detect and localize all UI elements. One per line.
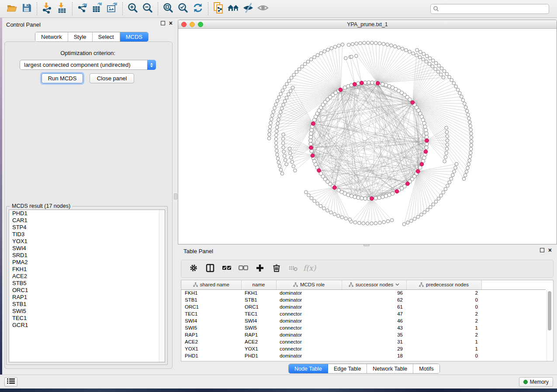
refresh-icon [192, 2, 204, 15]
delete-row-button[interactable] [268, 261, 285, 276]
export-table-button[interactable] [90, 2, 105, 16]
zoom-selected-icon [177, 2, 189, 15]
close-panel-icon[interactable]: × [169, 21, 173, 25]
zoom-fit-button[interactable] [161, 2, 176, 16]
table-row[interactable]: SWI5SWI5connector431 [181, 324, 546, 331]
zoom-out-icon [142, 2, 153, 15]
column-header-name[interactable]: name [241, 280, 276, 289]
tab-network[interactable]: Network [35, 32, 68, 41]
criterion-selected-value: largest connected component (undirected) [20, 62, 147, 68]
table-settings-button[interactable] [185, 261, 202, 276]
table-row[interactable]: ORC1ORC1dominator610 [181, 303, 546, 310]
column-header-mcds-role[interactable]: MCDS role [276, 280, 342, 289]
float-panel-icon[interactable] [161, 21, 165, 25]
mcds-result-item[interactable]: YOX1 [9, 238, 165, 245]
mcds-result-group: MCDS result (17 nodes) PHD1CAR1STP4TID3Y… [6, 206, 168, 365]
add-row-button[interactable] [252, 261, 268, 276]
save-session-button[interactable] [19, 2, 34, 16]
mcds-result-item[interactable]: ACE2 [9, 273, 165, 280]
table-tab-bar: Node Table Edge Table Network Table Moti… [288, 364, 440, 374]
table-row[interactable]: STB1STB1dominator620 [181, 296, 546, 303]
tab-mcds[interactable]: MCDS [120, 32, 148, 41]
toolbar-separator [72, 2, 73, 15]
deselect-all-button[interactable] [235, 261, 252, 276]
table-row[interactable]: RAP1RAP1dominator352 [181, 331, 546, 338]
mcds-result-item[interactable]: PMA2 [9, 259, 165, 266]
zoom-out-button[interactable] [140, 2, 155, 16]
mcds-result-item[interactable]: ORC1 [9, 287, 165, 294]
mcds-result-item[interactable]: CAR1 [9, 217, 165, 224]
tab-edge-table[interactable]: Edge Table [328, 364, 367, 373]
mcds-result-item[interactable]: FKH1 [9, 266, 165, 273]
mcds-result-item[interactable]: SWI5 [9, 308, 165, 315]
import-network-button[interactable] [40, 2, 55, 16]
tab-network-table[interactable]: Network Table [367, 364, 413, 373]
zoom-selected-button[interactable] [176, 2, 190, 16]
hide-selected-button[interactable] [241, 2, 256, 16]
export-image-button[interactable] [105, 2, 120, 16]
show-columns-button[interactable] [202, 261, 218, 276]
mcds-result-item[interactable]: RAP1 [9, 294, 165, 301]
list-icon [7, 378, 15, 386]
clear-table-button[interactable] [285, 261, 301, 276]
mcds-result-item[interactable]: TEC1 [9, 315, 165, 322]
save-icon [21, 3, 32, 15]
table-row[interactable]: SWI4SWI4dominator462 [181, 317, 546, 324]
float-table-panel-icon[interactable] [540, 248, 544, 252]
apply-layout-button[interactable] [190, 2, 205, 16]
mcds-result-item[interactable]: PHD1 [9, 210, 165, 217]
toolbar-separator [122, 2, 123, 15]
memory-button[interactable]: Memory [519, 377, 553, 387]
table-row[interactable]: PHD1PHD1dominator180 [181, 352, 546, 359]
table-row[interactable]: FKH1FKH1dominator962 [181, 289, 546, 296]
first-neighbors-button[interactable] [226, 2, 241, 16]
checked-boxes-icon [222, 265, 232, 273]
close-panel-button[interactable]: Close panel [90, 73, 134, 83]
search-input[interactable] [430, 4, 549, 14]
application-window: Control Panel × Network Style Select MCD… [0, 0, 557, 392]
mcds-result-item[interactable]: STB1 [9, 301, 165, 308]
mcds-result-item[interactable]: SRD1 [9, 252, 165, 259]
table-row[interactable]: ACE2ACE2connector311 [181, 338, 546, 345]
mcds-result-item[interactable]: GCR1 [9, 322, 165, 329]
mcds-result-item[interactable]: SWI4 [9, 245, 165, 252]
tab-node-table[interactable]: Node Table [289, 364, 328, 373]
import-network-icon [42, 2, 53, 15]
network-view-window: YPA_prune.txt_1 [178, 20, 557, 244]
zoom-in-button[interactable] [125, 2, 140, 16]
import-table-button[interactable] [55, 2, 69, 16]
table-row[interactable]: YOX1YOX1connector291 [181, 345, 546, 352]
table-row[interactable]: TEC1TEC1connector472 [181, 310, 546, 317]
import-table-icon [56, 2, 68, 15]
export-network-button[interactable] [75, 2, 90, 16]
column-header-filler [481, 280, 546, 289]
column-header-shared-name[interactable]: shared name [181, 280, 241, 289]
tab-style[interactable]: Style [68, 32, 93, 41]
control-panel-tab-bar: Network Style Select MCDS [35, 32, 149, 42]
show-all-button[interactable] [256, 2, 270, 16]
clone-network-button[interactable] [211, 2, 226, 16]
mcds-result-item[interactable]: TID3 [9, 231, 165, 238]
status-bar: Memory [0, 375, 557, 389]
close-table-panel-icon[interactable]: × [548, 248, 552, 252]
table-scrollbar-thumb[interactable] [548, 291, 551, 330]
task-history-button[interactable] [4, 377, 17, 387]
mcds-result-item[interactable]: STB5 [9, 280, 165, 287]
toolbar-separator [158, 2, 158, 15]
select-all-button[interactable] [218, 261, 235, 276]
network-graph[interactable] [178, 29, 557, 244]
table-scrollbar-track[interactable] [547, 290, 552, 361]
tab-select[interactable]: Select [93, 32, 120, 41]
criterion-select[interactable]: largest connected component (undirected) [20, 60, 156, 70]
tab-motifs[interactable]: Motifs [413, 364, 439, 373]
open-file-button[interactable] [4, 2, 19, 16]
vertical-splitter-handle[interactable] [174, 193, 177, 199]
column-header-predecessor-nodes[interactable]: predecessor nodes [406, 280, 481, 289]
apply-function-button[interactable]: f(x) [301, 261, 318, 276]
run-mcds-button[interactable]: Run MCDS [42, 73, 83, 83]
table-panel-title: Table Panel [183, 248, 213, 254]
memory-status-icon [523, 380, 528, 384]
column-header-successor-nodes[interactable]: successor nodes [342, 280, 406, 289]
mcds-list-scrollbar[interactable] [159, 210, 165, 362]
mcds-result-item[interactable]: STP4 [9, 224, 165, 231]
